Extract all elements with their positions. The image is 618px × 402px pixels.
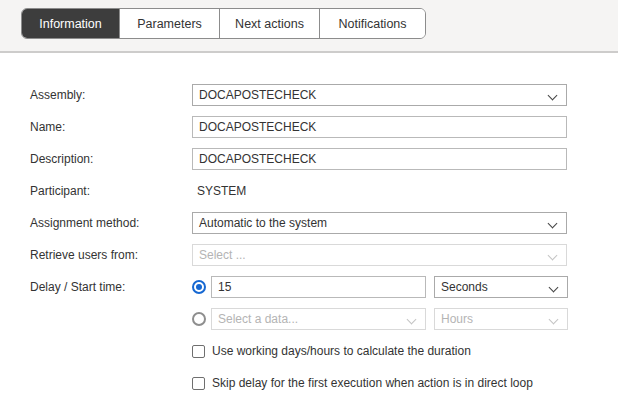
delay-data-unit-value: Hours: [441, 312, 473, 326]
delay-data-unit-select: Hours: [434, 308, 568, 330]
description-input[interactable]: [192, 148, 567, 170]
assignment-method-select[interactable]: Automatic to the system: [192, 212, 567, 234]
tab-notifications[interactable]: Notifications: [319, 9, 425, 38]
skip-delay-row: Skip delay for the first execution when …: [30, 372, 618, 394]
delay-unit-select[interactable]: Seconds: [434, 276, 568, 298]
participant-row: Participant: SYSTEM: [30, 180, 618, 202]
working-days-row: Use working days/hours to calculate the …: [30, 340, 618, 362]
tab-next-actions[interactable]: Next actions: [219, 9, 319, 38]
delay-start-time-label: Delay / Start time:: [30, 280, 192, 294]
assignment-method-row: Assignment method: Automatic to the syst…: [30, 212, 618, 234]
participant-value: SYSTEM: [192, 184, 246, 198]
delay-value-input[interactable]: [211, 276, 426, 298]
delay-data-row: Select a data... Hours: [30, 308, 618, 330]
assembly-select-value: DOCAPOSTECHECK: [199, 88, 316, 102]
chevron-down-icon: [548, 251, 558, 261]
description-row: Description:: [30, 148, 618, 170]
retrieve-users-row: Retrieve users from: Select ...: [30, 244, 618, 266]
retrieve-users-select: Select ...: [192, 244, 567, 266]
assignment-method-select-value: Automatic to the system: [199, 216, 327, 230]
retrieve-users-label: Retrieve users from:: [30, 248, 192, 262]
retrieve-users-placeholder: Select ...: [199, 248, 246, 262]
delay-data-select: Select a data...: [211, 308, 426, 330]
delay-data-radio[interactable]: [192, 312, 206, 326]
delay-unit-value: Seconds: [441, 280, 488, 294]
assignment-method-label: Assignment method:: [30, 216, 192, 230]
working-days-checkbox-label: Use working days/hours to calculate the …: [212, 344, 471, 358]
skip-delay-checkbox-label: Skip delay for the first execution when …: [212, 376, 533, 390]
chevron-down-icon: [548, 219, 558, 229]
delay-fixed-radio[interactable]: [192, 280, 206, 294]
delay-data-placeholder: Select a data...: [218, 312, 298, 326]
delay-fixed-row: Delay / Start time: Seconds: [30, 276, 618, 298]
chevron-down-icon: [549, 315, 559, 325]
assembly-select[interactable]: DOCAPOSTECHECK: [192, 84, 567, 106]
assembly-row: Assembly: DOCAPOSTECHECK: [30, 84, 618, 106]
working-days-checkbox[interactable]: [192, 345, 205, 358]
information-form: Assembly: DOCAPOSTECHECK Name: Descripti…: [0, 53, 618, 394]
chevron-down-icon: [407, 315, 417, 325]
chevron-down-icon: [549, 283, 559, 293]
tab-information[interactable]: Information: [22, 9, 119, 38]
tab-bar: Information Parameters Next actions Noti…: [21, 8, 426, 39]
tab-parameters[interactable]: Parameters: [119, 9, 219, 38]
description-label: Description:: [30, 152, 192, 166]
participant-label: Participant:: [30, 184, 192, 198]
name-row: Name:: [30, 116, 618, 138]
name-input[interactable]: [192, 116, 567, 138]
chevron-down-icon: [548, 91, 558, 101]
name-label: Name:: [30, 120, 192, 134]
tab-strip-header: Information Parameters Next actions Noti…: [0, 0, 618, 53]
skip-delay-checkbox[interactable]: [192, 377, 205, 390]
assembly-label: Assembly:: [30, 88, 192, 102]
